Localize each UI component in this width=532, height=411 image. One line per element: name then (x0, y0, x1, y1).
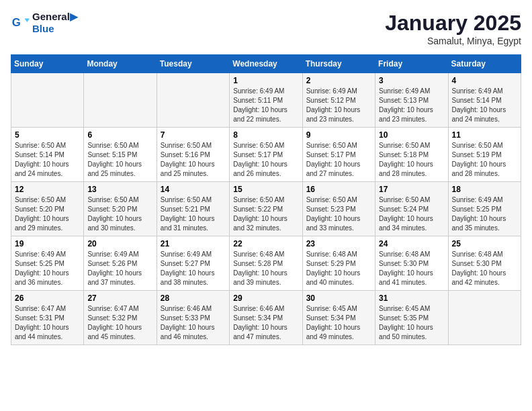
calendar-cell: 1Sunrise: 6:49 AM Sunset: 5:11 PM Daylig… (230, 73, 302, 128)
day-number: 23 (306, 239, 371, 248)
calendar-cell: 21Sunrise: 6:49 AM Sunset: 5:27 PM Dayli… (157, 236, 229, 291)
day-of-week-header: Saturday (448, 55, 521, 73)
calendar-cell: 29Sunrise: 6:46 AM Sunset: 5:34 PM Dayli… (230, 291, 302, 345)
day-info: Sunrise: 6:49 AM Sunset: 5:11 PM Dayligh… (233, 87, 298, 124)
calendar-cell: 22Sunrise: 6:48 AM Sunset: 5:28 PM Dayli… (230, 236, 302, 291)
day-info: Sunrise: 6:47 AM Sunset: 5:31 PM Dayligh… (15, 304, 80, 342)
calendar-cell: 19Sunrise: 6:49 AM Sunset: 5:25 PM Dayli… (11, 236, 84, 291)
day-of-week-header: Tuesday (157, 55, 229, 73)
day-info: Sunrise: 6:50 AM Sunset: 5:16 PM Dayligh… (161, 141, 226, 179)
calendar-cell (84, 73, 157, 128)
day-number: 20 (87, 239, 152, 248)
logo: G General▶ Blue (11, 11, 78, 34)
logo-line1: General▶ (32, 11, 78, 23)
day-number: 30 (306, 293, 371, 303)
day-info: Sunrise: 6:48 AM Sunset: 5:28 PM Dayligh… (233, 250, 298, 287)
day-info: Sunrise: 6:50 AM Sunset: 5:20 PM Dayligh… (15, 195, 80, 233)
logo-line2: Blue (32, 23, 78, 34)
calendar-cell: 4Sunrise: 6:49 AM Sunset: 5:14 PM Daylig… (448, 73, 521, 128)
calendar-cell: 14Sunrise: 6:50 AM Sunset: 5:21 PM Dayli… (157, 182, 229, 236)
day-number: 1 (233, 76, 298, 85)
day-info: Sunrise: 6:46 AM Sunset: 5:33 PM Dayligh… (161, 304, 226, 342)
day-number: 9 (306, 130, 371, 140)
calendar-cell: 31Sunrise: 6:45 AM Sunset: 5:35 PM Dayli… (375, 291, 448, 345)
day-info: Sunrise: 6:48 AM Sunset: 5:29 PM Dayligh… (306, 250, 371, 287)
day-info: Sunrise: 6:49 AM Sunset: 5:26 PM Dayligh… (87, 250, 152, 287)
calendar-week-row: 1Sunrise: 6:49 AM Sunset: 5:11 PM Daylig… (11, 73, 521, 128)
calendar-cell: 15Sunrise: 6:50 AM Sunset: 5:22 PM Dayli… (230, 182, 302, 236)
day-of-week-header: Wednesday (230, 55, 302, 73)
day-info: Sunrise: 6:48 AM Sunset: 5:30 PM Dayligh… (379, 250, 444, 287)
page-header: G General▶ Blue January 2025 Samalut, Mi… (11, 11, 521, 46)
day-info: Sunrise: 6:50 AM Sunset: 5:14 PM Dayligh… (15, 141, 80, 179)
day-info: Sunrise: 6:49 AM Sunset: 5:25 PM Dayligh… (452, 195, 517, 233)
calendar-cell (448, 291, 521, 345)
day-number: 26 (15, 293, 80, 303)
day-number: 19 (15, 239, 80, 248)
calendar-cell (157, 73, 229, 128)
day-info: Sunrise: 6:48 AM Sunset: 5:30 PM Dayligh… (452, 250, 517, 287)
day-number: 10 (379, 130, 444, 140)
calendar-cell: 13Sunrise: 6:50 AM Sunset: 5:20 PM Dayli… (84, 182, 157, 236)
location-title: Samalut, Minya, Egypt (385, 36, 521, 46)
day-number: 12 (15, 185, 80, 194)
calendar-body: 1Sunrise: 6:49 AM Sunset: 5:11 PM Daylig… (11, 73, 521, 345)
calendar-week-row: 19Sunrise: 6:49 AM Sunset: 5:25 PM Dayli… (11, 236, 521, 291)
day-info: Sunrise: 6:47 AM Sunset: 5:32 PM Dayligh… (87, 304, 152, 342)
calendar-cell: 7Sunrise: 6:50 AM Sunset: 5:16 PM Daylig… (157, 128, 229, 182)
calendar-header: SundayMondayTuesdayWednesdayThursdayFrid… (11, 55, 521, 73)
calendar-week-row: 12Sunrise: 6:50 AM Sunset: 5:20 PM Dayli… (11, 182, 521, 236)
day-number: 17 (379, 185, 444, 194)
day-info: Sunrise: 6:50 AM Sunset: 5:23 PM Dayligh… (306, 195, 371, 233)
day-number: 22 (233, 239, 298, 248)
month-title: January 2025 (385, 11, 521, 36)
svg-text:G: G (12, 15, 21, 28)
day-of-week-header: Monday (84, 55, 157, 73)
day-info: Sunrise: 6:46 AM Sunset: 5:34 PM Dayligh… (233, 304, 298, 342)
day-number: 25 (452, 239, 517, 248)
calendar-cell: 8Sunrise: 6:50 AM Sunset: 5:17 PM Daylig… (230, 128, 302, 182)
calendar-cell: 27Sunrise: 6:47 AM Sunset: 5:32 PM Dayli… (84, 291, 157, 345)
day-info: Sunrise: 6:50 AM Sunset: 5:18 PM Dayligh… (379, 141, 444, 179)
calendar-cell: 18Sunrise: 6:49 AM Sunset: 5:25 PM Dayli… (448, 182, 521, 236)
day-info: Sunrise: 6:50 AM Sunset: 5:21 PM Dayligh… (161, 195, 226, 233)
calendar-cell: 5Sunrise: 6:50 AM Sunset: 5:14 PM Daylig… (11, 128, 84, 182)
calendar-week-row: 5Sunrise: 6:50 AM Sunset: 5:14 PM Daylig… (11, 128, 521, 182)
calendar-cell: 6Sunrise: 6:50 AM Sunset: 5:15 PM Daylig… (84, 128, 157, 182)
day-info: Sunrise: 6:49 AM Sunset: 5:13 PM Dayligh… (379, 87, 444, 124)
calendar-cell: 30Sunrise: 6:45 AM Sunset: 5:34 PM Dayli… (302, 291, 375, 345)
calendar-cell: 10Sunrise: 6:50 AM Sunset: 5:18 PM Dayli… (375, 128, 448, 182)
day-info: Sunrise: 6:45 AM Sunset: 5:34 PM Dayligh… (306, 304, 371, 342)
day-info: Sunrise: 6:49 AM Sunset: 5:25 PM Dayligh… (15, 250, 80, 287)
svg-marker-1 (25, 18, 30, 22)
calendar-cell: 11Sunrise: 6:50 AM Sunset: 5:19 PM Dayli… (448, 128, 521, 182)
day-number: 8 (233, 130, 298, 140)
day-number: 13 (87, 185, 152, 194)
day-number: 3 (379, 76, 444, 85)
calendar-cell (11, 73, 84, 128)
calendar-cell: 3Sunrise: 6:49 AM Sunset: 5:13 PM Daylig… (375, 73, 448, 128)
calendar-cell: 12Sunrise: 6:50 AM Sunset: 5:20 PM Dayli… (11, 182, 84, 236)
day-number: 6 (87, 130, 152, 140)
title-block: January 2025 Samalut, Minya, Egypt (385, 11, 521, 46)
calendar-cell: 26Sunrise: 6:47 AM Sunset: 5:31 PM Dayli… (11, 291, 84, 345)
day-number: 28 (161, 293, 226, 303)
calendar-table: SundayMondayTuesdayWednesdayThursdayFrid… (11, 54, 521, 345)
calendar-week-row: 26Sunrise: 6:47 AM Sunset: 5:31 PM Dayli… (11, 291, 521, 345)
calendar-cell: 25Sunrise: 6:48 AM Sunset: 5:30 PM Dayli… (448, 236, 521, 291)
day-info: Sunrise: 6:50 AM Sunset: 5:24 PM Dayligh… (379, 195, 444, 233)
day-number: 5 (15, 130, 80, 140)
logo-icon: G (11, 13, 30, 32)
calendar-cell: 16Sunrise: 6:50 AM Sunset: 5:23 PM Dayli… (302, 182, 375, 236)
calendar-cell: 24Sunrise: 6:48 AM Sunset: 5:30 PM Dayli… (375, 236, 448, 291)
day-of-week-header: Friday (375, 55, 448, 73)
calendar-cell: 9Sunrise: 6:50 AM Sunset: 5:17 PM Daylig… (302, 128, 375, 182)
day-info: Sunrise: 6:50 AM Sunset: 5:20 PM Dayligh… (87, 195, 152, 233)
day-number: 18 (452, 185, 517, 194)
calendar-cell: 2Sunrise: 6:49 AM Sunset: 5:12 PM Daylig… (302, 73, 375, 128)
calendar-cell: 23Sunrise: 6:48 AM Sunset: 5:29 PM Dayli… (302, 236, 375, 291)
day-number: 2 (306, 76, 371, 85)
day-number: 15 (233, 185, 298, 194)
day-header-row: SundayMondayTuesdayWednesdayThursdayFrid… (11, 55, 521, 73)
day-info: Sunrise: 6:50 AM Sunset: 5:15 PM Dayligh… (87, 141, 152, 179)
